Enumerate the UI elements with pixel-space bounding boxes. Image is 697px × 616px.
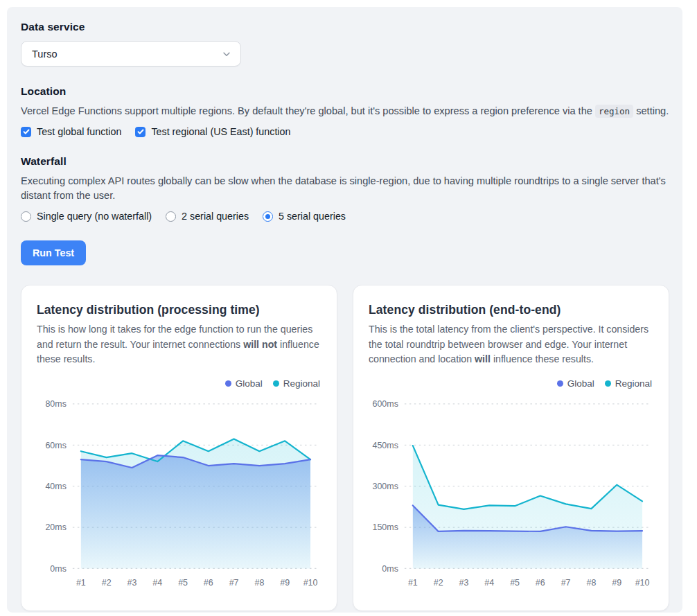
svg-text:#4: #4 xyxy=(484,579,494,588)
svg-text:#9: #9 xyxy=(280,579,290,588)
legend-regional: Regional xyxy=(273,378,320,389)
svg-text:#7: #7 xyxy=(561,579,571,588)
checkbox-global-label: Test global function xyxy=(37,126,121,137)
radio-2-serial-queries[interactable]: 2 serial queries xyxy=(166,211,249,222)
global-legend-dot-icon xyxy=(557,380,563,387)
regional-legend-dot-icon xyxy=(605,380,611,387)
data-service-select[interactable]: Turso xyxy=(21,41,241,67)
legend-regional-label: Regional xyxy=(283,378,320,389)
svg-text:40ms: 40ms xyxy=(45,482,66,491)
waterfall-heading: Waterfall xyxy=(21,155,669,168)
desc-bold-text: will not xyxy=(243,339,277,350)
radio-5-serial-label: 5 serial queries xyxy=(279,211,346,222)
svg-text:#5: #5 xyxy=(178,579,188,588)
region-code-chip: region xyxy=(595,105,633,118)
legend-global-label: Global xyxy=(567,378,594,389)
svg-text:#2: #2 xyxy=(102,579,112,588)
svg-text:#6: #6 xyxy=(536,579,545,588)
end-to-end-description: This is the total latency from the clien… xyxy=(369,322,653,367)
location-description: Vercel Edge Functions support multiple r… xyxy=(21,104,669,118)
svg-text:#10: #10 xyxy=(303,579,318,588)
legend-global-label: Global xyxy=(236,378,263,389)
svg-text:#10: #10 xyxy=(635,579,650,588)
waterfall-description: Executing complex API routes globally ca… xyxy=(21,174,669,203)
checkbox-regional-function[interactable]: Test regional (US East) function xyxy=(135,126,290,137)
svg-text:600ms: 600ms xyxy=(373,400,398,410)
radio-2-serial-control[interactable] xyxy=(166,211,176,222)
svg-text:20ms: 20ms xyxy=(45,523,66,533)
desc-tail-text: influence these results. xyxy=(493,353,594,364)
svg-text:#7: #7 xyxy=(229,579,239,588)
latency-area-chart-svg: 0ms20ms40ms60ms80ms#1#2#3#4#5#6#7#8#9#10 xyxy=(37,396,321,596)
processing-time-chart: 0ms20ms40ms60ms80ms#1#2#3#4#5#6#7#8#9#10 xyxy=(37,396,321,596)
checkbox-regional-box[interactable] xyxy=(135,127,145,137)
check-icon xyxy=(137,128,144,135)
location-description-tail: setting. xyxy=(636,105,669,116)
svg-text:#8: #8 xyxy=(254,579,264,588)
svg-text:0ms: 0ms xyxy=(50,564,67,574)
checkbox-global-function[interactable]: Test global function xyxy=(21,126,121,137)
radio-dot xyxy=(265,214,270,219)
radio-5-serial-control[interactable] xyxy=(263,211,273,222)
svg-text:#6: #6 xyxy=(204,579,213,588)
processing-time-title: Latency distribution (processing time) xyxy=(37,303,321,317)
settings-panel: Data service Turso Location Vercel Edge … xyxy=(7,7,682,613)
regional-legend-dot-icon xyxy=(273,380,279,387)
radio-2-serial-label: 2 serial queries xyxy=(182,211,249,222)
svg-text:#1: #1 xyxy=(408,579,418,588)
end-to-end-title: Latency distribution (end-to-end) xyxy=(369,303,653,317)
latency-area-chart-svg: 0ms150ms300ms450ms600ms#1#2#3#4#5#6#7#8#… xyxy=(369,396,653,596)
legend-regional-label: Regional xyxy=(615,378,652,389)
svg-text:450ms: 450ms xyxy=(373,441,398,450)
data-service-selected-value: Turso xyxy=(32,49,58,60)
svg-text:#3: #3 xyxy=(459,579,469,588)
svg-text:60ms: 60ms xyxy=(45,441,66,450)
svg-text:#2: #2 xyxy=(434,579,443,588)
legend-global: Global xyxy=(557,378,594,389)
svg-text:#1: #1 xyxy=(76,579,86,588)
run-test-button[interactable]: Run Test xyxy=(21,240,86,265)
chevron-down-icon xyxy=(222,49,231,59)
radio-single-query[interactable]: Single query (no waterfall) xyxy=(21,211,152,222)
charts-row: Latency distribution (processing time) T… xyxy=(21,285,669,610)
waterfall-radio-row: Single query (no waterfall) 2 serial que… xyxy=(21,211,669,222)
svg-text:150ms: 150ms xyxy=(373,523,398,533)
svg-text:300ms: 300ms xyxy=(373,482,398,491)
end-to-end-card: Latency distribution (end-to-end) This i… xyxy=(353,285,669,610)
radio-single-query-label: Single query (no waterfall) xyxy=(37,211,152,222)
location-checkbox-row: Test global function Test regional (US E… xyxy=(21,126,669,137)
legend-global: Global xyxy=(225,378,263,389)
global-legend-dot-icon xyxy=(225,380,231,387)
checkbox-regional-label: Test regional (US East) function xyxy=(151,126,290,137)
radio-5-serial-queries[interactable]: 5 serial queries xyxy=(263,211,346,222)
svg-text:80ms: 80ms xyxy=(45,400,66,410)
location-heading: Location xyxy=(21,85,669,98)
processing-time-card: Latency distribution (processing time) T… xyxy=(21,285,337,610)
legend-regional: Regional xyxy=(605,378,652,389)
svg-text:#4: #4 xyxy=(152,579,162,588)
svg-text:#5: #5 xyxy=(510,579,520,588)
end-to-end-chart: 0ms150ms300ms450ms600ms#1#2#3#4#5#6#7#8#… xyxy=(369,396,653,596)
svg-text:0ms: 0ms xyxy=(382,564,398,574)
chart-legend: Global Regional xyxy=(369,378,653,389)
checkbox-global-box[interactable] xyxy=(21,127,31,137)
desc-bold-text: will xyxy=(475,353,491,364)
location-description-text: Vercel Edge Functions support multiple r… xyxy=(21,105,592,116)
svg-text:#8: #8 xyxy=(586,579,596,588)
svg-text:#3: #3 xyxy=(127,579,137,588)
svg-text:#9: #9 xyxy=(612,579,621,588)
chart-legend: Global Regional xyxy=(37,378,321,389)
radio-single-query-control[interactable] xyxy=(21,211,31,222)
data-service-heading: Data service xyxy=(21,21,669,33)
check-icon xyxy=(23,128,30,135)
processing-time-description: This is how long it takes for the edge f… xyxy=(37,322,321,367)
